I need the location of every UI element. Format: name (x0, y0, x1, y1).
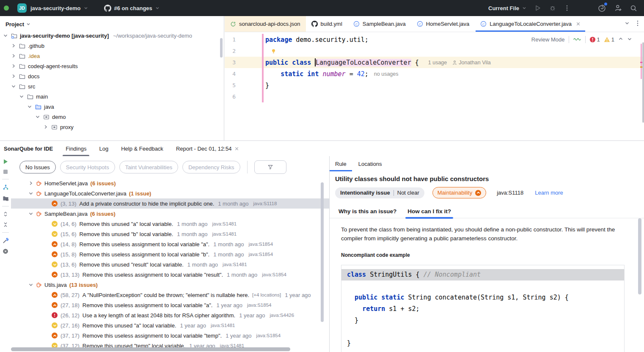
chevron-right-icon[interactable] (43, 125, 49, 129)
project-tree-item-idea[interactable]: .idea (0, 51, 224, 61)
stop-icon[interactable] (3, 169, 8, 174)
editor-line-3[interactable]: 3public class LanguageToLocaleConverter … (225, 57, 644, 68)
project-tree-item-docs[interactable]: docs (0, 71, 224, 81)
project-tree-item-github[interactable]: .github (0, 41, 224, 51)
editor-tab-samplebean-java[interactable]: CSampleBean.java (348, 16, 411, 32)
settings-tools-icon[interactable] (3, 237, 9, 244)
analyze-play-icon[interactable] (3, 159, 8, 165)
editor-line-6[interactable]: 6 (225, 91, 644, 102)
findings-horizontal-scrollbar[interactable] (11, 347, 290, 351)
rule-detail-tab-why-is-this-an-issue[interactable]: Why is this an issue? (339, 204, 396, 218)
finding-issue-row[interactable]: (13, 6)Remove this unused "result" local… (11, 259, 329, 270)
collapse-all-icon[interactable] (3, 222, 8, 228)
chevron-down-icon[interactable] (27, 104, 33, 109)
vcs-widget[interactable]: #6 on changes (104, 5, 160, 12)
expand-all-icon[interactable] (3, 211, 8, 217)
more-options-icon[interactable] (637, 20, 638, 28)
finding-issue-row[interactable]: (14, 6)Remove this unused "a" local vari… (11, 219, 329, 229)
project-tree-item-proxy[interactable]: proxy (0, 122, 224, 132)
editor-tab-homeservlet-java[interactable]: CHomeServlet.java (411, 16, 475, 32)
project-tree-item-java[interactable]: java (0, 102, 224, 112)
filter-button[interactable] (254, 160, 286, 174)
clean-code-attribute-badge[interactable]: Intentionality issue Not clear (335, 187, 424, 198)
panel-tab-report-dec-01-12-54[interactable]: Report - Dec 01, 12:54 (176, 141, 239, 156)
findings-vertical-scrollbar[interactable] (321, 182, 324, 322)
run-icon[interactable] (534, 5, 541, 11)
finding-file-row[interactable]: SampleBean.java(6 issues) (11, 209, 329, 219)
rule-tab-locations[interactable]: Locations (358, 156, 382, 171)
debug-icon[interactable] (549, 5, 556, 11)
finding-file-row[interactable]: LanguageToLocaleConverter.java(1 issue) (11, 188, 329, 198)
learn-more-link[interactable]: Learn more (535, 190, 563, 196)
chevron-down-icon[interactable] (625, 21, 630, 27)
chevron-right-icon[interactable] (11, 54, 17, 58)
finding-issue-row[interactable]: (15, 6)Remove this unused "b" local vari… (11, 229, 329, 239)
finding-issue-row[interactable]: (14, 8)Remove this useless assignment to… (11, 239, 329, 249)
chevron-down-icon[interactable] (29, 191, 33, 195)
filter-chip-security-hotspots[interactable]: Security Hotspots (60, 161, 115, 173)
filter-chip-no-issues[interactable]: No Issues (19, 161, 56, 173)
rule-tab-rule[interactable]: Rule (335, 156, 347, 171)
project-tree-item-java-security-demo-java-security[interactable]: java-security-demo [java-security]~/work… (0, 30, 224, 41)
filter-chip-taint-vulnerabilities[interactable]: Taint Vulnerabilities (119, 161, 179, 173)
finding-extra-locations[interactable]: [+4 locations] (252, 292, 281, 297)
chevron-down-icon[interactable] (29, 212, 33, 216)
editor-line-5[interactable]: 5} (225, 80, 644, 91)
editor-tab-sonarcloud-api-docs-json[interactable]: sonarcloud-api-docs.json (225, 16, 306, 32)
chevron-down-icon[interactable] (29, 283, 33, 287)
finding-issue-row[interactable]: (27, 16)Remove this unused "a" local var… (11, 320, 329, 330)
panel-tab-findings[interactable]: Findings (66, 141, 86, 156)
clear-icon[interactable] (3, 248, 8, 254)
panel-tab-help-feedback[interactable]: Help & Feedback (121, 141, 163, 156)
error-count[interactable]: 1 (589, 36, 600, 43)
add-user-icon[interactable] (614, 4, 622, 12)
author-inlay[interactable]: Jonathan Vila (452, 60, 491, 66)
chevron-right-icon[interactable] (11, 64, 17, 68)
project-tree-item-main[interactable]: main (0, 91, 224, 102)
inspection-widget[interactable]: Review Mode 1 1 (531, 36, 632, 43)
finding-issue-row[interactable]: (27, 18)Remove this useless assignment t… (11, 300, 329, 310)
maintainability-impact-badge[interactable]: Maintainability (432, 187, 486, 198)
chevron-down-icon[interactable] (11, 84, 17, 88)
chevron-down-icon[interactable] (3, 33, 8, 38)
analyze-vcs-changes-icon[interactable] (3, 184, 9, 190)
project-tree-item-codeql-agent-results[interactable]: codeql-agent-results (0, 61, 224, 71)
previous-issue-icon[interactable] (618, 36, 623, 43)
project-selector[interactable]: java-security-demo (30, 5, 88, 11)
chevron-down-icon[interactable] (35, 115, 41, 119)
project-scrollbar[interactable] (220, 38, 223, 58)
project-tree-item-src[interactable]: src (0, 81, 224, 91)
report-folder-icon[interactable] (3, 195, 9, 201)
editor-scrollbar[interactable] (642, 42, 644, 123)
close-icon[interactable] (576, 22, 581, 26)
finding-issue-row[interactable]: (37, 17)Remove this useless assignment t… (11, 330, 329, 341)
rule-panel-scrollbar[interactable] (638, 218, 641, 294)
inspection-highlight-icon[interactable] (573, 36, 581, 43)
finding-file-row[interactable]: HomeServlet.java(6 issues) (11, 178, 329, 188)
avatar[interactable]: JD (17, 3, 27, 13)
finding-issue-row[interactable]: (15, 8)Remove this useless assignment to… (11, 249, 329, 259)
project-tree-item-demo[interactable]: demo (0, 112, 224, 122)
next-issue-icon[interactable] (627, 36, 632, 43)
ai-assistant-icon[interactable] (597, 4, 606, 13)
finding-file-row[interactable]: Utils.java(13 issues) (11, 280, 329, 290)
editor-tab-languagetolocaleconverter-java[interactable]: CLanguageToLocaleConverter.java (475, 16, 586, 32)
lightbulb-icon[interactable] (271, 48, 276, 54)
finding-issue-row[interactable]: (13, 13)Remove this useless assignment t… (11, 270, 329, 280)
close-icon[interactable] (234, 146, 239, 151)
finding-issue-row[interactable]: (3, 13)Add a private constructor to hide… (11, 198, 329, 209)
filter-chip-dependency-risks[interactable]: Dependency Risks (182, 161, 240, 173)
panel-tab-log[interactable]: Log (99, 141, 108, 156)
warning-count[interactable]: 1 (604, 36, 614, 43)
finding-issue-row[interactable]: (58, 27)A "NullPointerException" could b… (11, 290, 329, 300)
chevron-down-icon[interactable] (19, 94, 25, 99)
project-panel-header[interactable]: Project (0, 16, 224, 27)
more-actions-icon[interactable] (564, 5, 570, 11)
chevron-right-icon[interactable] (11, 74, 17, 78)
window-control-icon[interactable] (4, 6, 9, 11)
chevron-right-icon[interactable] (11, 44, 17, 48)
finding-issue-row[interactable]: (26, 12)Use a key length of at least 204… (11, 310, 329, 320)
search-icon[interactable] (630, 5, 637, 12)
chevron-right-icon[interactable] (29, 181, 33, 185)
code-editor[interactable]: 1package demo.security.util;23public cla… (225, 32, 644, 140)
